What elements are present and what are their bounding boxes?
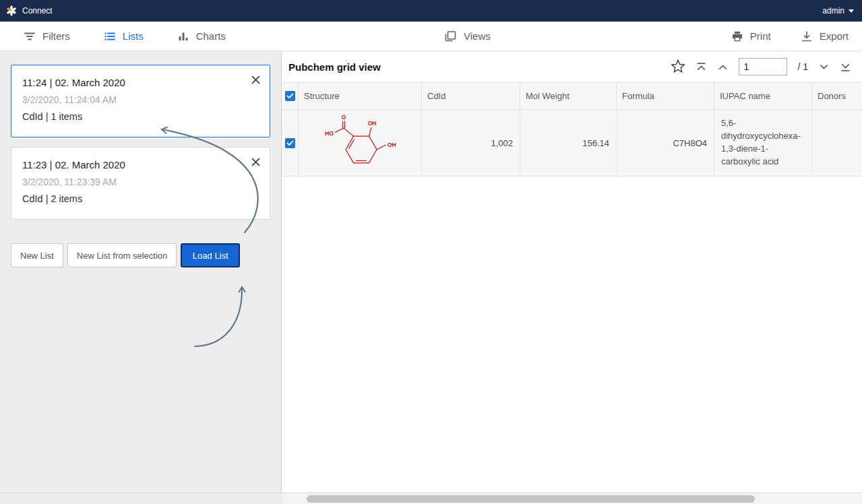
toolbar: Filters Lists Charts Views [0,22,862,51]
list-card-title: 11:24 | 02. March 2020 [22,74,259,92]
export-button[interactable]: Export [801,30,849,42]
row-checkbox[interactable] [285,138,295,148]
list-card-timestamp: 3/2/2020, 11:24:04 AM [22,92,259,108]
star-icon[interactable] [671,59,685,74]
grid-header-row: Structure CdId Mol Weight Formula IUPAC … [282,83,862,110]
user-name: admin [822,6,844,15]
donors-cell [812,110,862,177]
list-card-title: 11:23 | 02. March 2020 [22,156,259,174]
select-all-checkbox[interactable] [285,91,295,101]
close-icon[interactable] [251,75,260,84]
row-checkbox-cell [282,110,299,177]
mol-weight-cell: 156.14 [520,110,617,177]
export-label: Export [820,30,849,42]
list-card-timestamp: 3/2/2020, 11:23:39 AM [22,174,259,191]
main-panel: Pubchem grid view / 1 [282,51,862,493]
atom-label-o: O [342,114,346,121]
chevron-up-icon[interactable] [717,61,729,73]
filters-label: Filters [42,30,70,42]
charts-button[interactable]: Charts [177,30,226,42]
new-list-button[interactable]: New List [11,243,63,267]
atom-label-ho: HO [325,130,334,137]
list-card[interactable]: 11:23 | 02. March 2020 3/2/2020, 11:23:3… [11,147,270,220]
page-total: / 1 [797,61,808,72]
column-header-formula[interactable]: Formula [617,83,714,110]
topbar: Connect admin [0,0,862,22]
results-grid: Structure CdId Mol Weight Formula IUPAC … [282,82,862,177]
toolbar-left: Filters Lists Charts [0,30,226,42]
close-icon[interactable] [251,158,260,166]
views-icon [443,30,457,43]
grid-controls: / 1 [671,58,851,75]
select-all-checkbox-cell [282,83,299,110]
lists-sidebar: 11:24 | 02. March 2020 3/2/2020, 11:24:0… [0,51,282,493]
caret-down-icon [849,9,854,13]
toolbar-right: Print Export [731,30,862,42]
connect-logo-icon [5,5,18,17]
chevron-down-icon[interactable] [818,61,830,73]
scrollbar-thumb[interactable] [307,495,755,503]
formula-cell: C7H8O4 [617,110,714,177]
grid-header: Pubchem grid view / 1 [282,51,862,82]
views-label: Views [464,30,491,42]
brand[interactable]: Connect [5,5,53,17]
iupac-name-cell: 5,6-dihydroxycyclohexa-1,3-diene-1-carbo… [714,110,812,177]
print-label: Print [750,30,771,42]
printer-icon [731,30,743,42]
page-number-input[interactable] [739,58,787,75]
list-card-meta: CdId | 2 items [22,191,259,208]
table-row[interactable]: O HO OH OH 1,002 156.14 C7H8O4 5,6-dihyd… [282,110,862,177]
sidebar-buttons: New List New List from selection Load Li… [11,243,270,267]
list-card-meta: CdId | 1 items [22,108,259,125]
download-icon [801,30,813,42]
chevron-up-bar-icon[interactable] [696,61,707,73]
grid-title: Pubchem grid view [288,61,381,73]
horizontal-scrollbar[interactable] [0,493,862,504]
list-icon [104,30,116,42]
filter-icon [24,30,36,42]
structure-cell: O HO OH OH [299,110,422,177]
toolbar-center: Views [443,30,491,43]
column-header-mol-weight[interactable]: Mol Weight [520,83,617,110]
column-header-cdid[interactable]: CdId [422,83,520,110]
views-button[interactable]: Views [443,30,491,43]
grid-body: O HO OH OH 1,002 156.14 C7H8O4 5,6-dihyd… [282,110,862,177]
new-list-from-selection-button[interactable]: New List from selection [67,243,177,267]
atom-label-oh-top: OH [368,120,377,127]
brand-name: Connect [22,6,53,15]
chevron-down-bar-icon[interactable] [840,61,851,73]
lists-button[interactable]: Lists [104,30,144,42]
load-list-button[interactable]: Load List [181,243,240,267]
column-header-iupac-name[interactable]: IUPAC name [714,83,812,110]
scrollbar-left-gutter [0,493,282,504]
list-card[interactable]: 11:24 | 02. March 2020 3/2/2020, 11:24:0… [11,65,270,137]
filters-button[interactable]: Filters [24,30,70,42]
column-header-donors[interactable]: Donors [812,83,862,110]
atom-label-oh-right: OH [388,141,396,148]
column-header-structure[interactable]: Structure [299,83,422,110]
bar-chart-icon [177,30,189,42]
cdid-cell: 1,002 [422,110,520,177]
print-button[interactable]: Print [731,30,771,42]
user-menu[interactable]: admin [822,6,854,15]
molecule-structure-image: O HO OH OH [306,112,414,174]
body-row: 11:24 | 02. March 2020 3/2/2020, 11:24:0… [0,51,862,493]
lists-label: Lists [123,30,144,42]
app-root: Connect admin Filters Lists [0,0,862,504]
charts-label: Charts [196,30,226,42]
